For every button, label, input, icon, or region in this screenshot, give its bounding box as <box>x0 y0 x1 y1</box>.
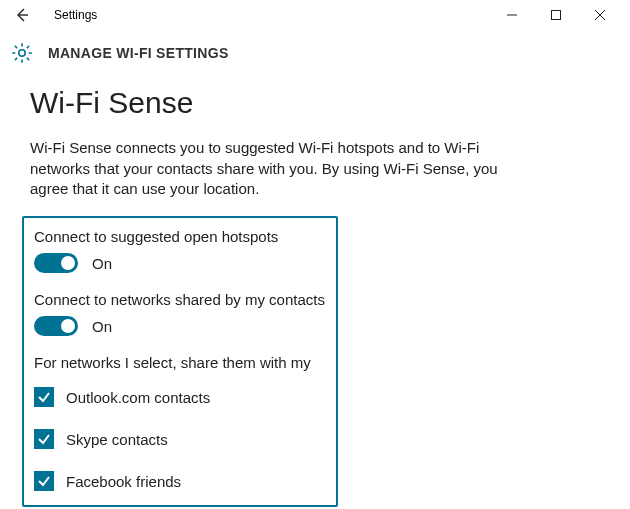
checkbox-label: Skype contacts <box>66 431 168 448</box>
checkbox-outlook[interactable] <box>34 387 54 407</box>
checkbox-facebook[interactable] <box>34 471 54 491</box>
toggle-knob <box>61 319 75 333</box>
checkbox-skype[interactable] <box>34 429 54 449</box>
content: Wi-Fi Sense Wi-Fi Sense connects you to … <box>0 76 630 509</box>
share-with-label: For networks I select, share them with m… <box>34 354 326 371</box>
minimize-button[interactable] <box>490 1 534 29</box>
checkbox-row-facebook: Facebook friends <box>34 471 326 491</box>
checkbox-label: Facebook friends <box>66 473 181 490</box>
toggle2-state: On <box>92 318 112 335</box>
checkbox-row-outlook: Outlook.com contacts <box>34 387 326 407</box>
svg-rect-0 <box>552 11 561 20</box>
back-button[interactable] <box>8 1 36 29</box>
toggle-shared-networks[interactable] <box>34 316 78 336</box>
toggle-hotspots[interactable] <box>34 253 78 273</box>
wifi-sense-settings-box: Connect to suggested open hotspots On Co… <box>22 216 338 507</box>
toggle1-state: On <box>92 255 112 272</box>
svg-point-1 <box>19 50 25 56</box>
check-icon <box>37 432 51 446</box>
header-bar: MANAGE WI-FI SETTINGS <box>0 30 630 76</box>
toggle1-label: Connect to suggested open hotspots <box>34 228 326 245</box>
checkbox-row-skype: Skype contacts <box>34 429 326 449</box>
checkbox-label: Outlook.com contacts <box>66 389 210 406</box>
close-icon <box>595 10 605 20</box>
maximize-button[interactable] <box>534 1 578 29</box>
toggle1-row: On <box>34 253 326 273</box>
back-arrow-icon <box>14 7 30 23</box>
toggle2-row: On <box>34 316 326 336</box>
check-icon <box>37 474 51 488</box>
window-controls <box>490 1 622 29</box>
maximize-icon <box>551 10 561 20</box>
app-title: Settings <box>54 8 97 22</box>
minimize-icon <box>507 10 517 20</box>
header-title: MANAGE WI-FI SETTINGS <box>48 45 229 61</box>
close-button[interactable] <box>578 1 622 29</box>
titlebar: Settings <box>0 0 630 30</box>
toggle-knob <box>61 256 75 270</box>
toggle2-label: Connect to networks shared by my contact… <box>34 291 326 308</box>
settings-gear-icon <box>10 41 34 65</box>
check-icon <box>37 390 51 404</box>
page-description: Wi-Fi Sense connects you to suggested Wi… <box>30 138 510 200</box>
page-title: Wi-Fi Sense <box>30 86 600 120</box>
